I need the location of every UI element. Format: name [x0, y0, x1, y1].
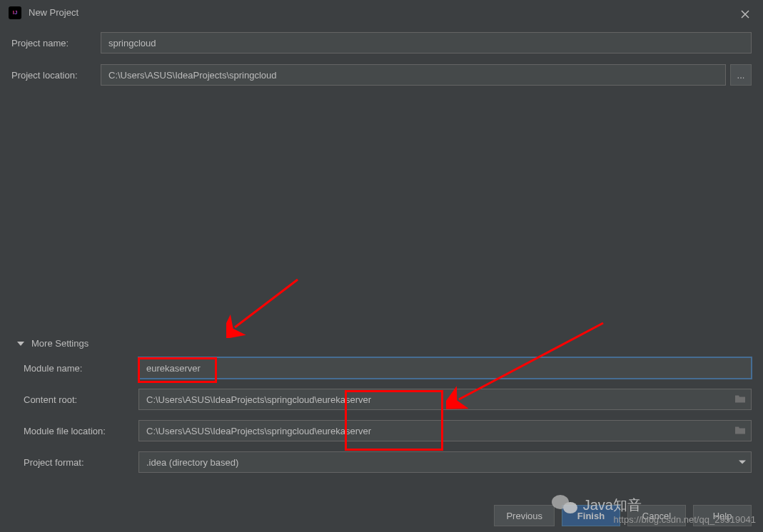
module-file-location-input[interactable]	[138, 420, 752, 441]
cancel-button[interactable]: Cancel	[627, 505, 686, 526]
finish-button[interactable]: Finish	[562, 505, 620, 526]
dialog-content: Project name: Project location: ... More…	[0, 25, 763, 490]
browse-button[interactable]: ...	[730, 64, 752, 86]
button-bar: Previous Finish Cancel Help	[494, 505, 752, 526]
content-root-input[interactable]	[138, 389, 752, 410]
titlebar: New Project	[0, 0, 763, 25]
more-settings-toggle[interactable]: More Settings	[11, 335, 752, 357]
project-format-select[interactable]	[138, 451, 752, 473]
project-name-label: Project name:	[11, 38, 101, 48]
help-button[interactable]: Help	[693, 505, 752, 526]
project-location-row: Project location: ...	[11, 64, 752, 86]
chevron-down-icon	[17, 342, 24, 346]
module-file-location-label: Module file location:	[24, 426, 138, 436]
close-icon[interactable]	[738, 7, 752, 21]
previous-button[interactable]: Previous	[494, 505, 555, 526]
folder-icon[interactable]	[734, 394, 746, 406]
intellij-icon	[9, 6, 21, 19]
window-title: New Project	[29, 7, 79, 18]
module-file-location-row: Module file location:	[11, 420, 752, 441]
project-format-label: Project format:	[24, 457, 138, 468]
project-name-input[interactable]	[101, 32, 752, 53]
content-root-row: Content root:	[11, 389, 752, 410]
folder-icon[interactable]	[734, 425, 746, 437]
module-name-input[interactable]	[138, 357, 752, 379]
more-settings-label: More Settings	[31, 338, 89, 349]
content-root-label: Content root:	[24, 394, 138, 405]
module-name-label: Module name:	[24, 363, 138, 374]
spacer	[11, 96, 752, 335]
chevron-down-icon[interactable]	[739, 461, 746, 464]
module-name-row: Module name:	[11, 357, 752, 379]
project-format-row: Project format:	[11, 451, 752, 473]
project-name-row: Project name:	[11, 32, 752, 53]
project-location-label: Project location:	[11, 70, 101, 81]
project-location-input[interactable]	[101, 64, 726, 86]
